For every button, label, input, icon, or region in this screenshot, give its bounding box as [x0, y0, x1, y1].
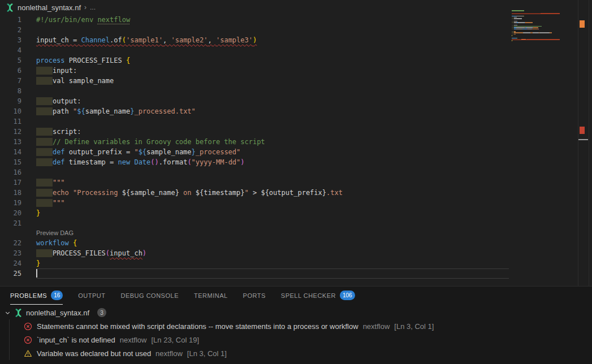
code-line-1[interactable]: 1#!/usr/bin/env nextflow	[0, 15, 578, 25]
code-token: ${	[77, 107, 85, 115]
code-token: }	[36, 209, 40, 217]
problem-message: Variable was declared but not used	[37, 349, 151, 358]
breadcrumb[interactable]: nonlethal_syntax.nf › ...	[0, 0, 592, 15]
code-line-25[interactable]: 25	[0, 268, 578, 279]
code-token: {	[126, 57, 130, 64]
code-token: ,	[208, 36, 216, 44]
breadcrumb-more[interactable]: ...	[90, 3, 96, 11]
code-line-16[interactable]: 16	[0, 167, 578, 177]
codelens-preview-dag[interactable]: Preview DAG	[36, 228, 74, 238]
code-token: new	[118, 158, 135, 166]
code-text: script:	[36, 127, 81, 137]
code-token: }	[36, 259, 40, 267]
code-token: (	[106, 249, 110, 257]
code-line-21[interactable]: 21	[0, 218, 578, 228]
code-token: (	[187, 158, 191, 166]
code-token: .txt	[326, 189, 343, 197]
code-editor[interactable]: 1#!/usr/bin/env nextflow23input_ch = Cha…	[0, 15, 578, 279]
minimap-line	[512, 41, 560, 42]
code-token: def	[53, 148, 69, 156]
code-text: input_ch = Channel.of('sample1', 'sample…	[36, 35, 257, 45]
code-line-7[interactable]: 7 val sample_name	[0, 76, 578, 86]
problem-row[interactable]: Statements cannot be mixed with script d…	[0, 319, 592, 333]
code-token: val sample_name	[53, 77, 114, 85]
code-token: """	[53, 179, 65, 187]
line-number: 4	[0, 45, 21, 55]
code-token: echo "Processing	[53, 189, 122, 197]
problem-row[interactable]: `input_ch` is not definednextflow[Ln 23,…	[0, 333, 592, 346]
code-line-13[interactable]: 13 // Define variables in Groovy code be…	[0, 137, 578, 147]
code-token: timestamp =	[69, 158, 118, 166]
line-number: 15	[0, 157, 21, 167]
code-token: #!/usr/bin/env	[36, 16, 97, 24]
code-text: val sample_name	[36, 76, 114, 86]
breadcrumb-separator-icon: ›	[84, 3, 87, 11]
code-line-4[interactable]: 4	[0, 45, 578, 55]
error-icon	[24, 336, 32, 344]
code-token	[36, 128, 53, 136]
code-line-19[interactable]: 19 """	[0, 198, 578, 208]
code-token: input_ch =	[36, 36, 81, 44]
problem-location: [Ln 3, Col 1]	[187, 349, 227, 358]
code-line-12[interactable]: 12 script:	[0, 127, 578, 137]
panel-tab-bar: PROBLEMS16OUTPUTDEBUG CONSOLETERMINALPOR…	[0, 287, 592, 305]
code-token: .of	[110, 36, 122, 44]
line-number: 19	[0, 198, 21, 208]
problem-row[interactable]: Variable was declared but not usednextfl…	[0, 346, 592, 360]
code-token: Date	[134, 158, 150, 166]
code-line-9[interactable]: 9 output:	[0, 96, 578, 106]
code-token	[36, 138, 53, 146]
code-token: "	[134, 148, 138, 156]
line-number: 6	[0, 66, 21, 76]
code-token: def	[53, 158, 69, 166]
code-token: nextflow	[97, 16, 130, 24]
code-token: workflow	[36, 239, 73, 247]
tab-spell-checker[interactable]: SPELL CHECKER106	[281, 287, 355, 305]
code-text: def timestamp = new Date().format("yyyy-…	[36, 157, 245, 167]
code-line-14[interactable]: 14 def output_prefix = "${sample_name}_p…	[0, 147, 578, 157]
code-line-6[interactable]: 6 input:	[0, 66, 578, 76]
problems-file-name: nonlethal_syntax.nf	[26, 309, 89, 317]
code-text: }	[36, 258, 40, 268]
code-line-3[interactable]: 3input_ch = Channel.of('sample1', 'sampl…	[0, 35, 578, 45]
breadcrumb-filename[interactable]: nonlethal_syntax.nf	[18, 3, 81, 12]
code-line-20[interactable]: 20}	[0, 208, 578, 218]
chevron-down-icon[interactable]	[5, 310, 11, 316]
code-line-23[interactable]: 23 PROCESS_FILES(input_ch)	[0, 248, 578, 258]
code-line-2[interactable]: 2	[0, 25, 578, 35]
problems-file-row[interactable]: nonlethal_syntax.nf 3	[0, 306, 592, 319]
tab-ports[interactable]: PORTS	[243, 287, 266, 305]
line-number: 14	[0, 147, 21, 157]
minimap[interactable]	[512, 10, 560, 42]
code-token: .format	[159, 158, 188, 166]
code-line-8[interactable]: 8	[0, 86, 578, 96]
code-token	[36, 199, 53, 207]
code-line-17[interactable]: 17 """	[0, 177, 578, 188]
tab-output[interactable]: OUTPUT	[78, 287, 105, 305]
code-token	[36, 97, 53, 105]
error-squiggle-token: input_ch	[110, 249, 142, 257]
vscode-window: nonlethal_syntax.nf › ... 1#!/usr/bin/en…	[0, 0, 592, 364]
code-token	[36, 148, 53, 156]
code-line-10[interactable]: 10 path "${sample_name}_processed.txt"	[0, 106, 578, 116]
line-number: 1	[0, 15, 21, 25]
tab-problems[interactable]: PROBLEMS16	[10, 287, 63, 305]
tab-debug-console[interactable]: DEBUG CONSOLE	[121, 287, 179, 305]
code-text: echo "Processing ${sample_name} on ${tim…	[36, 188, 343, 198]
code-line-24[interactable]: 24}	[0, 258, 578, 268]
code-line-5[interactable]: 5process PROCESS_FILES {	[0, 55, 578, 66]
code-token: """	[53, 199, 65, 207]
tab-label: PORTS	[243, 292, 266, 299]
nextflow-file-icon	[6, 3, 14, 12]
overview-ruler[interactable]	[578, 0, 590, 286]
code-line-11[interactable]: 11	[0, 116, 578, 127]
line-number: 17	[0, 177, 21, 188]
code-token: output_prefix =	[69, 148, 135, 156]
code-line-22[interactable]: 22workflow {	[0, 238, 578, 248]
code-line-15[interactable]: 15 def timestamp = new Date().format("yy…	[0, 157, 578, 167]
tab-terminal[interactable]: TERMINAL	[194, 287, 228, 305]
line-number: 11	[0, 116, 21, 127]
code-token: script:	[53, 128, 81, 136]
text-cursor	[36, 269, 37, 278]
code-line-18[interactable]: 18 echo "Processing ${sample_name} on ${…	[0, 188, 578, 198]
